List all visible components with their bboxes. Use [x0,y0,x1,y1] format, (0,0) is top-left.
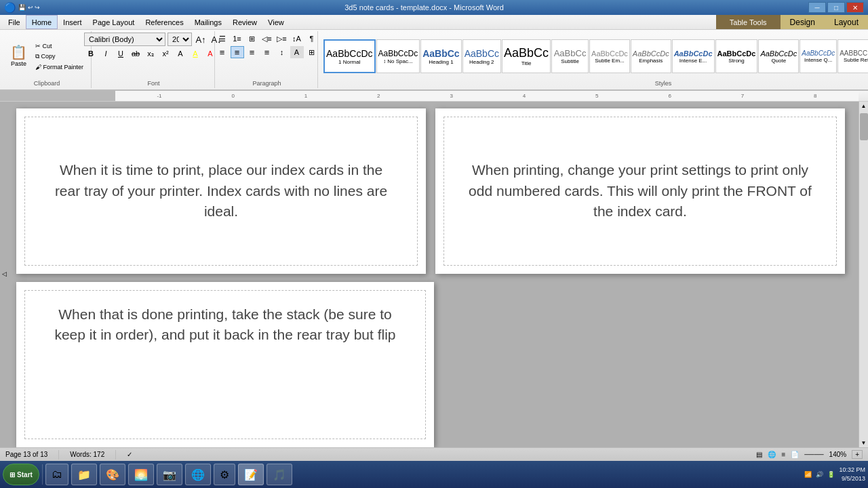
card-2[interactable]: When printing, change your print setting… [443,117,837,266]
window-title: 3d5 note cards - template.docx - Microso… [40,3,808,12]
justify-button[interactable]: ≡ [260,46,274,58]
card-1[interactable]: When it is time to print, place our inde… [24,117,418,266]
paragraph-group: ☰ 1≡ ⊞ ◁≡ ▷≡ ↕A ¶ ≡ ≡ ≡ ≡ ↕ A ⊞ [216,31,318,88]
style-heading1[interactable]: AaBbCc Heading 1 [420,39,461,73]
table-tool-tabs: Design Layout [781,15,868,29]
scroll-down-button[interactable]: ▼ [860,439,868,447]
style-intense-e[interactable]: AaBbCcDc Intense E... [672,39,715,73]
left-sidebar-arrow[interactable]: ◁ [0,270,8,279]
track-changes-status: ✓ [127,451,132,458]
menu-design[interactable]: Design [781,15,825,29]
paste-button[interactable]: 📋 Paste [7,36,31,77]
taskbar-photoshop[interactable]: 📷 [157,464,182,485]
words-status: Words: 172 [70,451,104,458]
menu-mailings[interactable]: Mailings [189,15,227,29]
vertical-scrollbar[interactable]: ▲ ▼ [859,102,868,447]
style-subtitle[interactable]: AaBbCc Subtitle [551,39,589,73]
taskbar-paint[interactable]: 🎨 [100,464,125,485]
style-strong-label: Strong [728,58,745,64]
bullets-button[interactable]: ☰ [216,33,229,45]
style-heading1-label: Heading 1 [429,59,453,65]
menu-home[interactable]: Home [26,15,58,29]
italic-button[interactable]: I [99,47,113,60]
minimize-button[interactable]: ─ [808,2,826,13]
style-emphasis-label: Emphasis [639,58,663,64]
view-outline-icon[interactable]: ≡ [781,451,785,458]
align-center-button[interactable]: ≡ [231,46,244,58]
taskbar-firefox[interactable]: 🌐 [185,464,211,485]
increase-indent-button[interactable]: ▷≡ [275,33,289,45]
view-web-icon[interactable]: 🌐 [768,451,776,458]
taskbar-explorer[interactable]: 🗂 [45,464,68,485]
menu-page-layout[interactable]: Page Layout [87,15,140,29]
maximize-button[interactable]: □ [827,2,845,13]
taskbar-sep-1 [42,464,43,485]
grow-font-button[interactable]: A↑ [194,33,208,45]
menu-insert[interactable]: Insert [58,15,87,29]
doc-row-2: When that is done printing, take the sta… [16,282,845,447]
menu-review[interactable]: Review [227,15,262,29]
style-intense-q[interactable]: AaBbCcDc Intense Q... [800,39,837,73]
view-draft-icon[interactable]: 📄 [791,451,799,458]
underline-button[interactable]: U [114,47,127,60]
menu-file[interactable]: File [3,15,26,29]
bold-button[interactable]: B [84,47,98,60]
style-normal[interactable]: AaBbCcDc 1 Normal [323,39,375,73]
text-effects-button[interactable]: A [174,47,187,60]
document-area[interactable]: When it is time to print, place our inde… [9,102,859,447]
style-emphasis[interactable]: AaBbCcDc Emphasis [631,39,671,73]
view-normal-icon[interactable]: ▤ [756,451,762,458]
align-left-button[interactable]: ≡ [216,46,229,58]
style-quote[interactable]: AaBbCcDc Quote [758,39,799,73]
doc-page-3: When that is done printing, take the sta… [16,282,434,447]
style-normal-label: 1 Normal [338,59,360,65]
multilevel-button[interactable]: ⊞ [245,33,259,45]
start-button[interactable]: ⊞ Start [3,464,39,485]
windows-icon: ⊞ [9,471,15,479]
font-size-select[interactable]: 20 [167,33,192,46]
menu-references[interactable]: References [140,15,189,29]
sort-button[interactable]: ↕A [290,33,304,45]
menu-view[interactable]: View [262,15,290,29]
align-right-button[interactable]: ≡ [245,46,259,58]
taskbar-word[interactable]: 📝 [238,464,264,485]
close-button[interactable]: ✕ [846,2,864,13]
paragraph-group-label: Paragraph [253,80,281,87]
style-no-spacing[interactable]: AaBbCcDc ↕ No Spac... [376,39,420,73]
style-subtle-em[interactable]: AaBbCcDc Subtle Em... [589,39,630,73]
border-button[interactable]: ⊞ [305,46,319,58]
subscript-button[interactable]: x₂ [144,47,157,60]
show-hide-button[interactable]: ¶ [305,33,319,45]
superscript-button[interactable]: x² [159,47,172,60]
format-painter-button[interactable]: 🖌 Format Painter [32,62,87,72]
decrease-indent-button[interactable]: ◁≡ [260,33,274,45]
taskbar-vlc[interactable]: 🎵 [267,464,292,485]
scroll-thumb[interactable] [860,113,868,140]
line-spacing-button[interactable]: ↕ [275,46,289,58]
menu-layout[interactable]: Layout [825,15,868,29]
strikethrough-button[interactable]: ab [129,47,142,60]
taskbar-folder[interactable]: 📁 [71,464,97,485]
font-content: Calibri (Body) 20 A↑ A↓ B I U ab x₂ x² A [84,33,223,80]
highlight-button[interactable]: A [189,47,202,60]
style-strong[interactable]: AaBbCcDc Strong [715,39,758,73]
zoom-button[interactable]: + [852,450,863,459]
taskbar-chrome[interactable]: ⚙ [214,464,235,485]
doc-page-1: When it is time to print, place our inde… [16,108,426,274]
style-subtle-ref[interactable]: AaBbCcDc Subtle Ref... [837,39,868,73]
card-3[interactable]: When that is done printing, take the sta… [24,290,426,439]
clock[interactable]: 10:32 PM 9/5/2013 [839,466,865,483]
style-title[interactable]: AaBbCc Title [502,39,551,73]
font-family-select[interactable]: Calibri (Body) [84,33,165,46]
numbering-button[interactable]: 1≡ [231,33,244,45]
time-display: 10:32 PM [839,466,865,474]
style-quote-label: Quote [771,58,786,64]
taskbar-lightroom[interactable]: 🌅 [128,464,154,485]
cut-button[interactable]: ✂ Cut [32,41,87,51]
copy-button[interactable]: ⧉ Copy [32,52,87,62]
scroll-up-button[interactable]: ▲ [860,102,868,110]
shading-button[interactable]: A [290,46,304,58]
title-bar-left: 🔵 💾 ↩ ↪ [4,2,40,13]
doc-empty-right [443,282,845,447]
style-heading2[interactable]: AaBbCc Heading 2 [462,39,501,73]
